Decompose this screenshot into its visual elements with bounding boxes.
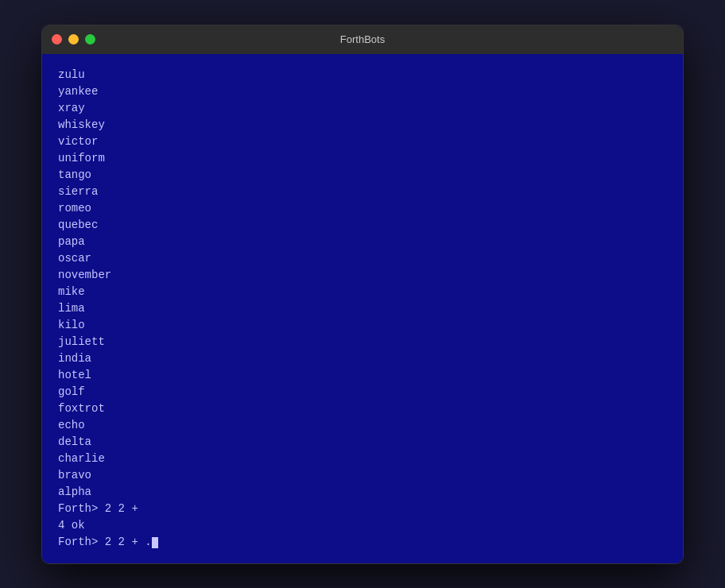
terminal-line: whiskey: [58, 117, 667, 133]
terminal-line: quebec: [58, 217, 667, 234]
terminal-line: india: [58, 350, 667, 367]
terminal-line: papa: [58, 234, 667, 250]
close-button[interactable]: [52, 34, 62, 44]
terminal-line: romeo: [58, 200, 667, 217]
terminal-line: charlie: [58, 451, 667, 467]
terminal-line: kilo: [58, 317, 667, 334]
terminal-line: Forth> 2 2 + .: [58, 534, 667, 551]
terminal-line: tango: [58, 167, 667, 184]
terminal-line: oscar: [58, 250, 667, 267]
terminal-line: xray: [58, 100, 667, 117]
titlebar: ForthBots: [42, 25, 683, 54]
terminal-line: 4 ok: [58, 517, 667, 534]
minimize-button[interactable]: [68, 34, 79, 44]
terminal-line: hotel: [58, 367, 667, 384]
terminal-line: november: [58, 267, 667, 284]
terminal-line: Forth> 2 2 +: [58, 501, 667, 517]
terminal-body[interactable]: zuluyankeexraywhiskeyvictoruniformtangos…: [42, 54, 683, 563]
window-controls: [52, 34, 95, 44]
terminal-line: foxtrot: [58, 400, 667, 417]
terminal-window: ForthBots zuluyankeexraywhiskeyvictoruni…: [41, 25, 684, 564]
cursor: [152, 537, 158, 548]
terminal-line: zulu: [58, 67, 667, 83]
terminal-line: delta: [58, 434, 667, 451]
terminal-line: uniform: [58, 150, 667, 167]
terminal-line: lima: [58, 300, 667, 317]
window-title: ForthBots: [340, 33, 385, 45]
terminal-line: bravo: [58, 467, 667, 484]
terminal-line: echo: [58, 417, 667, 434]
terminal-line: victor: [58, 133, 667, 150]
terminal-line: yankee: [58, 83, 667, 100]
terminal-line: mike: [58, 284, 667, 300]
terminal-line: juliett: [58, 334, 667, 350]
terminal-line: alpha: [58, 484, 667, 501]
terminal-line: golf: [58, 384, 667, 400]
maximize-button[interactable]: [85, 34, 95, 44]
terminal-line: sierra: [58, 184, 667, 200]
